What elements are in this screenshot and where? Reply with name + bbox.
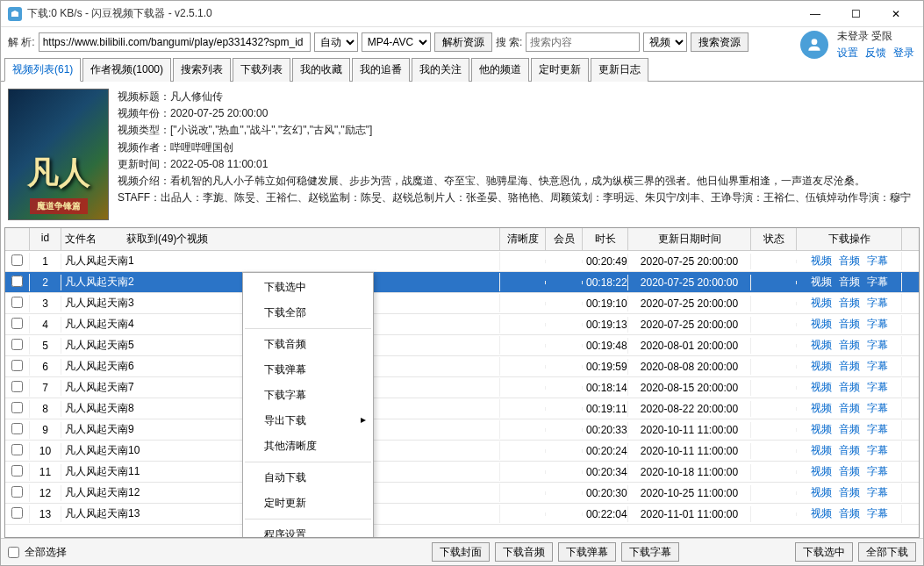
minimize-button[interactable]: — [795,1,835,27]
row-checkbox[interactable] [11,297,23,308]
tab-8[interactable]: 定时更新 [531,58,589,82]
op-audio[interactable]: 音频 [839,486,860,498]
download-cover-button[interactable]: 下载封面 [432,542,490,562]
row-checkbox[interactable] [11,465,23,476]
settings-link[interactable]: 设置 [837,46,858,61]
op-video[interactable]: 视频 [811,381,832,393]
table-row[interactable]: 13凡人风起天南1300:22:042020-11-01 11:00:00视频音… [5,504,919,525]
close-button[interactable]: ✕ [876,1,916,27]
op-audio[interactable]: 音频 [839,297,860,309]
tab-3[interactable]: 下载列表 [233,58,290,82]
ctx-item[interactable]: 导出下载▸ [243,408,373,433]
maximize-button[interactable]: ☐ [835,1,876,27]
op-video[interactable]: 视频 [811,444,832,456]
search-button[interactable]: 搜索资源 [691,32,749,52]
row-checkbox[interactable] [11,507,23,519]
op-subtitle[interactable]: 字幕 [867,465,888,477]
ctx-item[interactable]: 程序设置 [243,522,373,538]
row-checkbox[interactable] [11,486,23,498]
format-codec-select[interactable]: MP4-AVC [362,32,431,52]
search-input[interactable] [526,32,640,52]
tab-2[interactable]: 搜索列表 [173,58,231,82]
ctx-item[interactable]: 下载音频 [243,332,373,357]
tab-1[interactable]: 作者视频(1000) [82,58,171,82]
op-audio[interactable]: 音频 [839,339,860,351]
table-row[interactable]: 7凡人风起天南700:18:142020-08-15 20:00:00视频音频字… [5,377,919,398]
op-video[interactable]: 视频 [811,297,832,309]
op-video[interactable]: 视频 [811,402,832,414]
tab-7[interactable]: 他的频道 [471,58,529,82]
tab-4[interactable]: 我的收藏 [292,58,350,82]
op-subtitle[interactable]: 字幕 [867,444,888,456]
row-checkbox[interactable] [11,254,23,266]
op-audio[interactable]: 音频 [839,507,860,519]
op-audio[interactable]: 音频 [839,402,860,414]
format-auto-select[interactable]: 自动 [314,32,358,52]
op-video[interactable]: 视频 [811,423,832,435]
op-audio[interactable]: 音频 [839,423,860,435]
row-checkbox[interactable] [11,423,23,434]
table-row[interactable]: 8凡人风起天南800:19:112020-08-22 20:00:00视频音频字… [5,398,919,419]
op-video[interactable]: 视频 [811,254,832,267]
op-subtitle[interactable]: 字幕 [867,381,888,393]
op-audio[interactable]: 音频 [839,444,860,456]
table-row[interactable]: 10凡人风起天南1000:20:242020-10-11 11:00:00视频音… [5,441,919,462]
row-checkbox[interactable] [11,318,23,329]
tab-6[interactable]: 我的关注 [412,58,469,82]
op-video[interactable]: 视频 [811,507,832,519]
row-checkbox[interactable] [11,276,23,287]
row-checkbox[interactable] [11,339,23,350]
tab-0[interactable]: 视频列表(61) [4,58,81,82]
op-video[interactable]: 视频 [811,486,832,498]
table-row[interactable]: 5凡人风起天南500:19:482020-08-01 20:00:00视频音频字… [5,335,919,356]
avatar[interactable] [800,31,828,59]
op-subtitle[interactable]: 字幕 [867,276,888,288]
table-row[interactable]: 11凡人风起天南1100:20:342020-10-18 11:00:00视频音… [5,462,919,483]
table-row[interactable]: 4凡人风起天南400:19:132020-07-25 20:00:00视频音频字… [5,314,919,335]
ctx-item[interactable]: 其他清晰度 [243,433,373,459]
op-video[interactable]: 视频 [811,360,832,372]
search-type-select[interactable]: 视频 [643,32,687,52]
op-subtitle[interactable]: 字幕 [867,254,888,267]
url-input[interactable] [39,32,311,52]
row-checkbox[interactable] [11,402,23,413]
feedback-link[interactable]: 反馈 [865,46,886,61]
download-selected-button[interactable]: 下载选中 [795,542,853,562]
table-row[interactable]: 12凡人风起天南1200:20:302020-10-25 11:00:00视频音… [5,483,919,504]
select-all-checkbox[interactable] [8,547,19,558]
op-subtitle[interactable]: 字幕 [867,360,888,372]
ctx-item[interactable]: 下载选中 [243,275,373,300]
op-video[interactable]: 视频 [811,276,832,288]
op-subtitle[interactable]: 字幕 [867,486,888,498]
login-link[interactable]: 登录 [893,46,914,61]
op-audio[interactable]: 音频 [839,360,860,372]
ctx-item[interactable]: 下载字幕 [243,383,373,408]
op-audio[interactable]: 音频 [839,254,860,267]
row-checkbox[interactable] [11,360,23,371]
op-subtitle[interactable]: 字幕 [867,507,888,519]
download-subtitle-button[interactable]: 下载字幕 [621,542,679,562]
op-audio[interactable]: 音频 [839,276,860,288]
table-row[interactable]: 3凡人风起天南300:19:102020-07-25 20:00:00视频音频字… [5,293,919,314]
op-video[interactable]: 视频 [811,318,832,330]
op-subtitle[interactable]: 字幕 [867,402,888,414]
op-subtitle[interactable]: 字幕 [867,318,888,330]
tab-9[interactable]: 更新日志 [591,58,648,82]
op-subtitle[interactable]: 字幕 [867,423,888,435]
ctx-item[interactable]: 下载弹幕 [243,357,373,383]
op-video[interactable]: 视频 [811,339,832,351]
download-audio-button[interactable]: 下载音频 [495,542,553,562]
table-row[interactable]: 2凡人风起天南200:18:222020-07-25 20:00:00视频音频字… [5,272,919,293]
parse-button[interactable]: 解析资源 [434,32,492,52]
ctx-item[interactable]: 定时更新 [243,491,373,516]
op-audio[interactable]: 音频 [839,465,860,477]
table-row[interactable]: 1凡人风起天南100:20:492020-07-25 20:00:00视频音频字… [5,251,919,272]
download-danmu-button[interactable]: 下载弹幕 [558,542,616,562]
op-subtitle[interactable]: 字幕 [867,297,888,309]
op-subtitle[interactable]: 字幕 [867,339,888,351]
op-audio[interactable]: 音频 [839,318,860,330]
row-checkbox[interactable] [11,444,23,455]
ctx-item[interactable]: 自动下载 [243,465,373,491]
table-row[interactable]: 6凡人风起天南600:19:592020-08-08 20:00:00视频音频字… [5,356,919,377]
row-checkbox[interactable] [11,381,23,392]
